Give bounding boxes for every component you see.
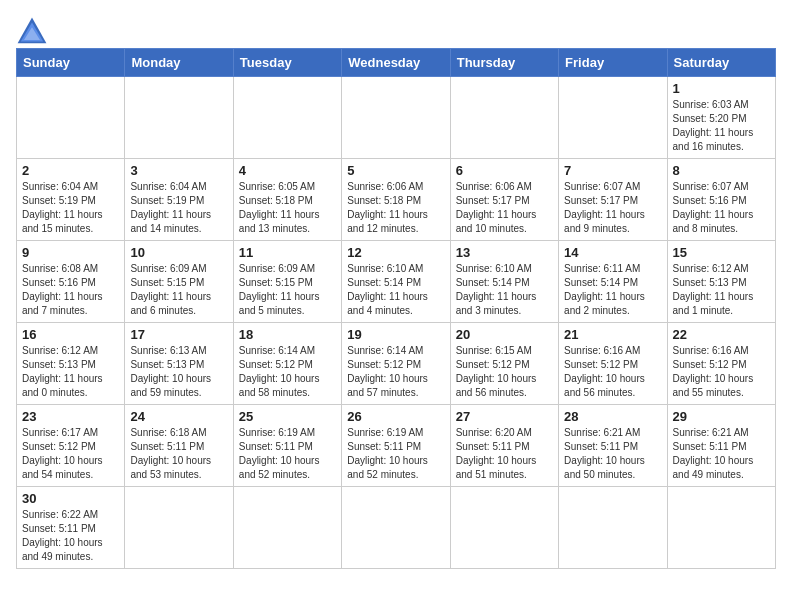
day-info: Sunrise: 6:07 AM Sunset: 5:16 PM Dayligh… bbox=[673, 180, 770, 236]
day-info: Sunrise: 6:19 AM Sunset: 5:11 PM Dayligh… bbox=[239, 426, 336, 482]
day-info: Sunrise: 6:09 AM Sunset: 5:15 PM Dayligh… bbox=[130, 262, 227, 318]
weekday-header-tuesday: Tuesday bbox=[233, 49, 341, 77]
calendar-cell: 11Sunrise: 6:09 AM Sunset: 5:15 PM Dayli… bbox=[233, 241, 341, 323]
day-number: 24 bbox=[130, 409, 227, 424]
calendar-cell bbox=[450, 77, 558, 159]
calendar-cell bbox=[559, 77, 667, 159]
day-number: 13 bbox=[456, 245, 553, 260]
day-number: 14 bbox=[564, 245, 661, 260]
day-number: 12 bbox=[347, 245, 444, 260]
day-info: Sunrise: 6:05 AM Sunset: 5:18 PM Dayligh… bbox=[239, 180, 336, 236]
calendar-cell: 10Sunrise: 6:09 AM Sunset: 5:15 PM Dayli… bbox=[125, 241, 233, 323]
day-info: Sunrise: 6:10 AM Sunset: 5:14 PM Dayligh… bbox=[347, 262, 444, 318]
calendar-cell: 28Sunrise: 6:21 AM Sunset: 5:11 PM Dayli… bbox=[559, 405, 667, 487]
week-row-2: 2Sunrise: 6:04 AM Sunset: 5:19 PM Daylig… bbox=[17, 159, 776, 241]
day-info: Sunrise: 6:04 AM Sunset: 5:19 PM Dayligh… bbox=[22, 180, 119, 236]
calendar-cell: 3Sunrise: 6:04 AM Sunset: 5:19 PM Daylig… bbox=[125, 159, 233, 241]
calendar-cell: 12Sunrise: 6:10 AM Sunset: 5:14 PM Dayli… bbox=[342, 241, 450, 323]
day-number: 10 bbox=[130, 245, 227, 260]
calendar-cell: 6Sunrise: 6:06 AM Sunset: 5:17 PM Daylig… bbox=[450, 159, 558, 241]
day-info: Sunrise: 6:18 AM Sunset: 5:11 PM Dayligh… bbox=[130, 426, 227, 482]
day-info: Sunrise: 6:13 AM Sunset: 5:13 PM Dayligh… bbox=[130, 344, 227, 400]
day-info: Sunrise: 6:11 AM Sunset: 5:14 PM Dayligh… bbox=[564, 262, 661, 318]
day-number: 6 bbox=[456, 163, 553, 178]
weekday-header-sunday: Sunday bbox=[17, 49, 125, 77]
day-number: 8 bbox=[673, 163, 770, 178]
calendar-cell bbox=[17, 77, 125, 159]
day-info: Sunrise: 6:12 AM Sunset: 5:13 PM Dayligh… bbox=[22, 344, 119, 400]
weekday-header-monday: Monday bbox=[125, 49, 233, 77]
calendar-cell: 8Sunrise: 6:07 AM Sunset: 5:16 PM Daylig… bbox=[667, 159, 775, 241]
calendar-cell bbox=[233, 77, 341, 159]
day-number: 27 bbox=[456, 409, 553, 424]
calendar: SundayMondayTuesdayWednesdayThursdayFrid… bbox=[16, 48, 776, 569]
day-info: Sunrise: 6:06 AM Sunset: 5:18 PM Dayligh… bbox=[347, 180, 444, 236]
day-number: 25 bbox=[239, 409, 336, 424]
day-info: Sunrise: 6:07 AM Sunset: 5:17 PM Dayligh… bbox=[564, 180, 661, 236]
day-number: 28 bbox=[564, 409, 661, 424]
calendar-cell: 9Sunrise: 6:08 AM Sunset: 5:16 PM Daylig… bbox=[17, 241, 125, 323]
day-number: 1 bbox=[673, 81, 770, 96]
calendar-cell: 21Sunrise: 6:16 AM Sunset: 5:12 PM Dayli… bbox=[559, 323, 667, 405]
day-info: Sunrise: 6:08 AM Sunset: 5:16 PM Dayligh… bbox=[22, 262, 119, 318]
calendar-cell bbox=[125, 487, 233, 569]
day-number: 19 bbox=[347, 327, 444, 342]
calendar-cell: 15Sunrise: 6:12 AM Sunset: 5:13 PM Dayli… bbox=[667, 241, 775, 323]
calendar-cell bbox=[450, 487, 558, 569]
day-info: Sunrise: 6:03 AM Sunset: 5:20 PM Dayligh… bbox=[673, 98, 770, 154]
calendar-cell: 19Sunrise: 6:14 AM Sunset: 5:12 PM Dayli… bbox=[342, 323, 450, 405]
day-info: Sunrise: 6:14 AM Sunset: 5:12 PM Dayligh… bbox=[347, 344, 444, 400]
day-info: Sunrise: 6:10 AM Sunset: 5:14 PM Dayligh… bbox=[456, 262, 553, 318]
day-number: 29 bbox=[673, 409, 770, 424]
day-number: 26 bbox=[347, 409, 444, 424]
day-info: Sunrise: 6:06 AM Sunset: 5:17 PM Dayligh… bbox=[456, 180, 553, 236]
day-number: 9 bbox=[22, 245, 119, 260]
day-number: 15 bbox=[673, 245, 770, 260]
day-number: 23 bbox=[22, 409, 119, 424]
day-info: Sunrise: 6:17 AM Sunset: 5:12 PM Dayligh… bbox=[22, 426, 119, 482]
calendar-cell: 17Sunrise: 6:13 AM Sunset: 5:13 PM Dayli… bbox=[125, 323, 233, 405]
calendar-cell: 29Sunrise: 6:21 AM Sunset: 5:11 PM Dayli… bbox=[667, 405, 775, 487]
weekday-header-wednesday: Wednesday bbox=[342, 49, 450, 77]
calendar-cell: 30Sunrise: 6:22 AM Sunset: 5:11 PM Dayli… bbox=[17, 487, 125, 569]
weekday-header-friday: Friday bbox=[559, 49, 667, 77]
calendar-cell: 23Sunrise: 6:17 AM Sunset: 5:12 PM Dayli… bbox=[17, 405, 125, 487]
week-row-3: 9Sunrise: 6:08 AM Sunset: 5:16 PM Daylig… bbox=[17, 241, 776, 323]
day-info: Sunrise: 6:22 AM Sunset: 5:11 PM Dayligh… bbox=[22, 508, 119, 564]
week-row-6: 30Sunrise: 6:22 AM Sunset: 5:11 PM Dayli… bbox=[17, 487, 776, 569]
day-number: 21 bbox=[564, 327, 661, 342]
calendar-cell: 5Sunrise: 6:06 AM Sunset: 5:18 PM Daylig… bbox=[342, 159, 450, 241]
calendar-cell bbox=[342, 77, 450, 159]
day-info: Sunrise: 6:21 AM Sunset: 5:11 PM Dayligh… bbox=[673, 426, 770, 482]
day-info: Sunrise: 6:16 AM Sunset: 5:12 PM Dayligh… bbox=[673, 344, 770, 400]
calendar-cell bbox=[342, 487, 450, 569]
weekday-header-saturday: Saturday bbox=[667, 49, 775, 77]
calendar-cell: 7Sunrise: 6:07 AM Sunset: 5:17 PM Daylig… bbox=[559, 159, 667, 241]
calendar-cell: 18Sunrise: 6:14 AM Sunset: 5:12 PM Dayli… bbox=[233, 323, 341, 405]
day-number: 22 bbox=[673, 327, 770, 342]
calendar-cell: 22Sunrise: 6:16 AM Sunset: 5:12 PM Dayli… bbox=[667, 323, 775, 405]
day-number: 16 bbox=[22, 327, 119, 342]
day-number: 11 bbox=[239, 245, 336, 260]
day-info: Sunrise: 6:16 AM Sunset: 5:12 PM Dayligh… bbox=[564, 344, 661, 400]
calendar-cell: 14Sunrise: 6:11 AM Sunset: 5:14 PM Dayli… bbox=[559, 241, 667, 323]
calendar-cell: 20Sunrise: 6:15 AM Sunset: 5:12 PM Dayli… bbox=[450, 323, 558, 405]
week-row-1: 1Sunrise: 6:03 AM Sunset: 5:20 PM Daylig… bbox=[17, 77, 776, 159]
calendar-cell: 13Sunrise: 6:10 AM Sunset: 5:14 PM Dayli… bbox=[450, 241, 558, 323]
day-info: Sunrise: 6:09 AM Sunset: 5:15 PM Dayligh… bbox=[239, 262, 336, 318]
day-number: 20 bbox=[456, 327, 553, 342]
calendar-cell bbox=[125, 77, 233, 159]
day-info: Sunrise: 6:12 AM Sunset: 5:13 PM Dayligh… bbox=[673, 262, 770, 318]
calendar-cell: 16Sunrise: 6:12 AM Sunset: 5:13 PM Dayli… bbox=[17, 323, 125, 405]
weekday-header-thursday: Thursday bbox=[450, 49, 558, 77]
logo bbox=[16, 16, 54, 44]
day-number: 5 bbox=[347, 163, 444, 178]
day-number: 4 bbox=[239, 163, 336, 178]
day-info: Sunrise: 6:19 AM Sunset: 5:11 PM Dayligh… bbox=[347, 426, 444, 482]
day-info: Sunrise: 6:21 AM Sunset: 5:11 PM Dayligh… bbox=[564, 426, 661, 482]
week-row-5: 23Sunrise: 6:17 AM Sunset: 5:12 PM Dayli… bbox=[17, 405, 776, 487]
logo-icon bbox=[16, 16, 48, 44]
calendar-cell bbox=[667, 487, 775, 569]
calendar-cell: 2Sunrise: 6:04 AM Sunset: 5:19 PM Daylig… bbox=[17, 159, 125, 241]
day-info: Sunrise: 6:04 AM Sunset: 5:19 PM Dayligh… bbox=[130, 180, 227, 236]
